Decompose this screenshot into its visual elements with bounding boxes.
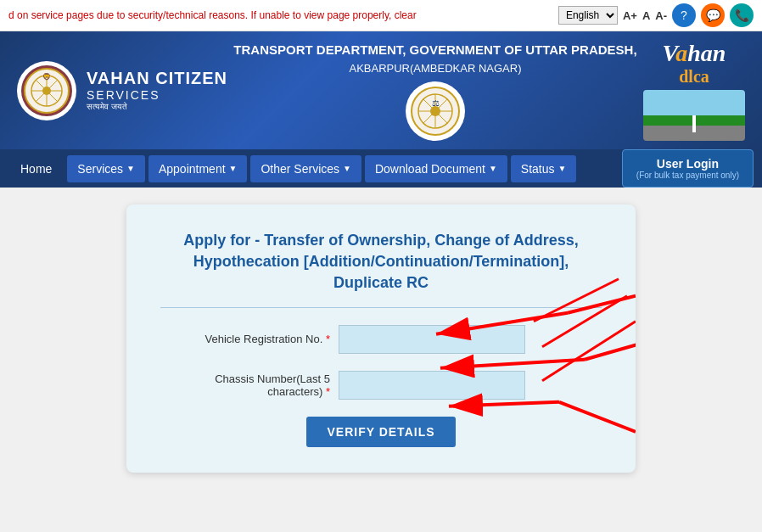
road-graphic: [643, 90, 745, 141]
logo-circle: 🦁: [17, 61, 76, 120]
svg-text:⚖: ⚖: [431, 98, 439, 108]
user-login-button[interactable]: User Login (For bulk tax payment only): [622, 149, 754, 188]
brand-title: VAHAN CITIZEN: [87, 69, 227, 88]
navbar: Home Services ▼ Appointment ▼ Other Serv…: [0, 149, 762, 188]
site-header: 🦁 VAHAN CITIZEN SERVICES सत्यमेव जयते TR…: [0, 31, 762, 149]
other-services-dropdown-arrow: ▼: [343, 164, 351, 173]
vehicle-reg-group: Vehicle Registration No. *: [160, 325, 602, 354]
verify-details-button[interactable]: VERIFY DETAILS: [306, 417, 455, 447]
nav-other-services[interactable]: Other Services ▼: [250, 155, 361, 182]
vehicle-reg-label: Vehicle Registration No. *: [160, 333, 330, 345]
nav-status[interactable]: Status ▼: [511, 155, 577, 182]
header-center: TRANSPORT DEPARTMENT, GOVERNMENT OF UTTA…: [233, 41, 636, 141]
brand-tagline: सत्यमेव जयते: [87, 102, 227, 112]
user-login-label: User Login: [636, 157, 739, 171]
header-emblem: ⚖: [406, 81, 465, 141]
chat-icon[interactable]: 💬: [701, 3, 725, 27]
button-row: VERIFY DETAILS: [160, 417, 602, 447]
phone-icon[interactable]: 📞: [730, 3, 754, 27]
header-right: Vahan dlca: [643, 40, 745, 141]
form-card: Apply for - Transfer of Ownership, Chang…: [126, 204, 636, 473]
services-dropdown-arrow: ▼: [126, 164, 135, 173]
nav-appointment[interactable]: Appointment ▼: [148, 155, 248, 182]
vehicle-reg-required: *: [326, 333, 330, 345]
brand-subtitle: SERVICES: [87, 88, 227, 102]
svg-line-19: [440, 360, 585, 368]
svg-text:🦁: 🦁: [42, 72, 51, 81]
brand-text: VAHAN CITIZEN SERVICES सत्यमेव जयते: [87, 69, 227, 112]
vehicle-reg-input[interactable]: [339, 325, 525, 354]
sub-dept: AKBARPUR(AMBEDKAR NAGAR): [233, 62, 636, 75]
emblem-logo: 🦁: [21, 65, 72, 116]
nav-download-document[interactable]: Download Document ▼: [365, 155, 507, 182]
status-dropdown-arrow: ▼: [558, 164, 567, 173]
main-content: Apply for - Transfer of Ownership, Chang…: [0, 188, 762, 490]
form-title: Apply for - Transfer of Ownership, Chang…: [160, 230, 602, 308]
chassis-input[interactable]: [339, 371, 525, 400]
ticker-text: d on service pages due to security/techn…: [8, 9, 558, 21]
appointment-dropdown-arrow: ▼: [229, 164, 238, 173]
nav-services[interactable]: Services ▼: [67, 155, 145, 182]
download-dropdown-arrow: ▼: [489, 164, 497, 173]
font-normal-btn[interactable]: A: [642, 9, 650, 22]
chassis-label: Chassis Number(Last 5 characters) *: [160, 372, 330, 398]
dept-name: TRANSPORT DEPARTMENT, GOVERNMENT OF UTTA…: [233, 41, 636, 59]
font-increase-btn[interactable]: A+: [623, 9, 637, 22]
chassis-required: *: [326, 385, 330, 398]
language-select[interactable]: English Hindi: [558, 6, 618, 25]
chassis-group: Chassis Number(Last 5 characters) *: [160, 371, 602, 400]
user-login-sublabel: (For bulk tax payment only): [636, 171, 739, 180]
language-controls: English Hindi A+ A A- ? 💬 📞: [558, 3, 754, 27]
help-icon[interactable]: ?: [672, 3, 696, 27]
brand-section: 🦁 VAHAN CITIZEN SERVICES सत्यमेव जयते: [17, 61, 227, 120]
svg-point-6: [42, 87, 51, 95]
ticker-bar: d on service pages due to security/techn…: [0, 0, 762, 31]
svg-line-21: [449, 402, 559, 406]
font-decrease-btn[interactable]: A-: [655, 9, 667, 22]
vahan-sub-text: dlca: [679, 67, 709, 87]
nav-home[interactable]: Home: [8, 154, 64, 184]
vahan-logo-text: Vahan: [663, 40, 726, 67]
